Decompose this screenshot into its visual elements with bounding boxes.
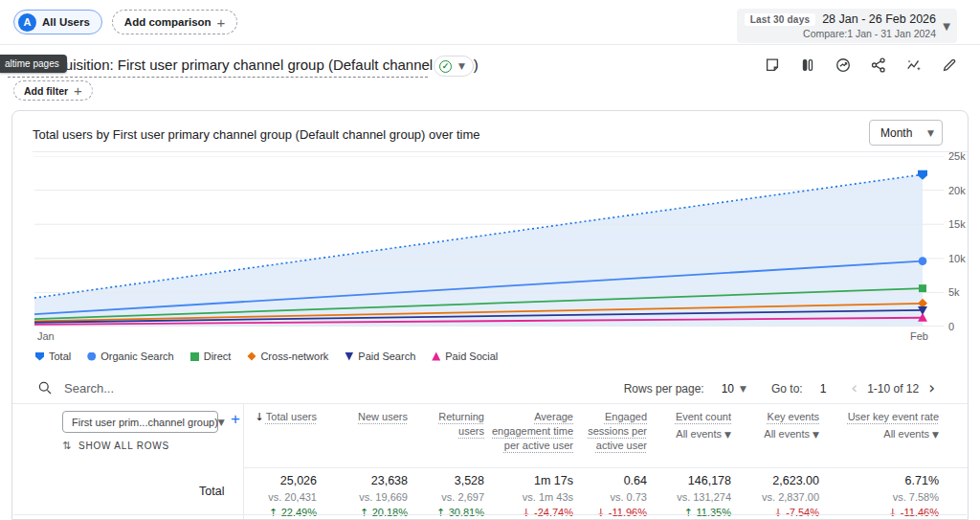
column-header[interactable]: Returning users xyxy=(408,410,484,453)
add-filter-label: Add filter xyxy=(24,85,68,97)
share-icon[interactable] xyxy=(869,56,888,75)
total-metric-cell: 25,026vs. 20,431↑ 22.49% xyxy=(243,474,317,519)
speed-insights-icon[interactable] xyxy=(834,56,853,75)
column-header-label: Key events xyxy=(768,411,819,422)
table-controls-row: Search... Rows per page: 10 ▼ Go to: 1 ‹… xyxy=(12,376,968,403)
column-header[interactable]: ↓Total users xyxy=(243,410,317,453)
legend-label: Direct xyxy=(204,350,232,362)
y-tick: 25k xyxy=(948,150,966,162)
chevron-down-icon: ▼ xyxy=(932,430,939,440)
y-tick: 0 xyxy=(948,321,954,332)
legend-item[interactable]: Direct xyxy=(190,350,232,362)
all-users-chip[interactable]: A All Users xyxy=(13,10,102,34)
dimension-selector[interactable]: First user prim...channel group) ▼ xyxy=(62,411,218,433)
add-dimension-button[interactable]: + xyxy=(231,410,240,429)
legend-item[interactable]: Paid Social xyxy=(432,350,498,362)
granularity-select[interactable]: Month ▼ xyxy=(869,120,943,146)
diamond-icon xyxy=(247,352,256,361)
goto-input[interactable]: 1 xyxy=(820,382,827,396)
chevron-down-icon: ▼ xyxy=(218,418,225,427)
metric-compare-value: vs. 131,274 xyxy=(653,491,731,503)
metric-change: ↑ 30.81% xyxy=(413,507,484,519)
header-divider xyxy=(0,44,980,45)
arrow-down-icon: ↓ xyxy=(596,507,609,519)
insights-icon[interactable] xyxy=(904,56,924,75)
next-page-icon[interactable]: › xyxy=(924,380,939,396)
show-all-rows-label: SHOW ALL ROWS xyxy=(78,441,169,451)
legend-label: Paid Social xyxy=(445,350,498,362)
chevron-down-icon: ▼ xyxy=(943,21,950,32)
dimension-value: First user prim...channel group) xyxy=(72,417,218,428)
event-filter-dropdown[interactable]: All events ▼ xyxy=(653,427,731,442)
check-circle-icon: ✓ xyxy=(439,60,452,73)
event-filter-dropdown[interactable]: All events ▼ xyxy=(825,427,939,442)
metric-change: ↑ 20.18% xyxy=(323,507,408,519)
chevron-down-icon: ▼ xyxy=(927,128,934,138)
column-header-label: Event count xyxy=(676,411,731,422)
legend-item[interactable]: Paid Search xyxy=(345,350,415,362)
chevron-down-icon: ▼ xyxy=(458,61,465,71)
circle-icon xyxy=(87,352,96,361)
metric-compare-value: vs. 2,837.00 xyxy=(737,491,819,503)
column-header[interactable]: User key event rateAll events ▼ xyxy=(819,410,939,453)
note-icon[interactable] xyxy=(763,56,782,75)
column-header[interactable]: Average engagement time per active user xyxy=(484,410,573,453)
metric-compare-value: vs. 2,697 xyxy=(413,491,484,503)
column-header[interactable]: Engaged sessions per active user xyxy=(573,410,647,453)
table-search[interactable]: Search... xyxy=(37,380,114,396)
arrow-down-icon: ↓ xyxy=(522,507,534,519)
add-filter-button[interactable]: Add filter + xyxy=(13,80,93,101)
prev-page-icon[interactable]: ‹ xyxy=(847,380,861,396)
audience-avatar: A xyxy=(18,13,36,32)
table-header-row: ↓Total usersNew usersReturning usersAver… xyxy=(243,410,939,453)
event-filter-dropdown[interactable]: All events ▼ xyxy=(737,427,819,442)
page-title[interactable]: cquisition: First user primary channel g… xyxy=(50,57,479,73)
metric-compare-value: vs. 19,669 xyxy=(323,491,408,503)
pagination-controls: Rows per page: 10 ▼ Go to: 1 ‹ 1-10 of 1… xyxy=(624,380,939,396)
granularity-value: Month xyxy=(880,126,912,140)
chevron-down-icon: ▼ xyxy=(724,430,731,440)
plus-icon: + xyxy=(74,83,82,98)
y-tick: 15k xyxy=(948,218,966,230)
arrow-down-icon: ↓ xyxy=(773,507,786,519)
columns-compare-icon[interactable] xyxy=(798,56,817,75)
column-header[interactable]: Key eventsAll events ▼ xyxy=(731,410,819,453)
y-tick: 5k xyxy=(948,286,960,298)
metric-change: ↑ 11.35% xyxy=(653,507,731,519)
rows-per-page-value[interactable]: 10 xyxy=(722,382,734,396)
y-tick: 20k xyxy=(948,185,966,196)
chevron-down-icon[interactable]: ▼ xyxy=(740,384,746,394)
metric-compare-value: vs. 7.58% xyxy=(825,491,939,503)
x-axis-label-jan: Jan xyxy=(37,330,55,342)
metric-compare-value: vs. 0.73 xyxy=(579,491,647,503)
show-all-rows-button[interactable]: ⇅ SHOW ALL ROWS xyxy=(62,440,169,452)
total-metric-cell: 3,528vs. 2,697↑ 30.81% xyxy=(408,474,484,519)
date-range-selector[interactable]: Last 30 days 28 Jan - 26 Feb 2026 Compar… xyxy=(737,9,957,43)
column-header[interactable]: New users xyxy=(317,410,408,453)
legend-item[interactable]: Total xyxy=(35,350,71,362)
edit-icon[interactable] xyxy=(940,56,959,75)
report-card: Total users by First user primary channe… xyxy=(11,110,969,520)
arrow-up-icon: ↑ xyxy=(269,507,281,519)
triangle-up-icon xyxy=(432,352,440,361)
metric-value: 6.71% xyxy=(825,474,939,487)
legend-label: Organic Search xyxy=(100,350,173,362)
total-row-divider xyxy=(13,514,967,515)
arrow-down-icon: ↓ xyxy=(888,507,901,519)
legend-item[interactable]: Cross-network xyxy=(247,350,328,362)
timeseries-chart[interactable] xyxy=(34,156,944,327)
date-range-text: 28 Jan - 26 Feb 2026 xyxy=(822,12,936,26)
chart-title: Total users by First user primary channe… xyxy=(33,127,480,142)
title-dashed-underline xyxy=(8,77,428,78)
x-axis-label-feb: Feb xyxy=(910,330,928,342)
column-header-label: Total users xyxy=(266,411,317,422)
report-verified-menu[interactable]: ✓ ▼ xyxy=(434,56,474,77)
add-comparison-button[interactable]: Add comparison + xyxy=(112,10,238,34)
page-info: 1-10 of 12 xyxy=(867,382,919,396)
comparison-bar: A All Users Add comparison + xyxy=(13,10,237,34)
column-header-label: User key event rate xyxy=(848,411,939,422)
search-placeholder: Search... xyxy=(64,381,114,396)
add-comparison-label: Add comparison xyxy=(124,16,212,28)
legend-item[interactable]: Organic Search xyxy=(87,350,173,362)
column-header[interactable]: Event countAll events ▼ xyxy=(647,410,731,453)
